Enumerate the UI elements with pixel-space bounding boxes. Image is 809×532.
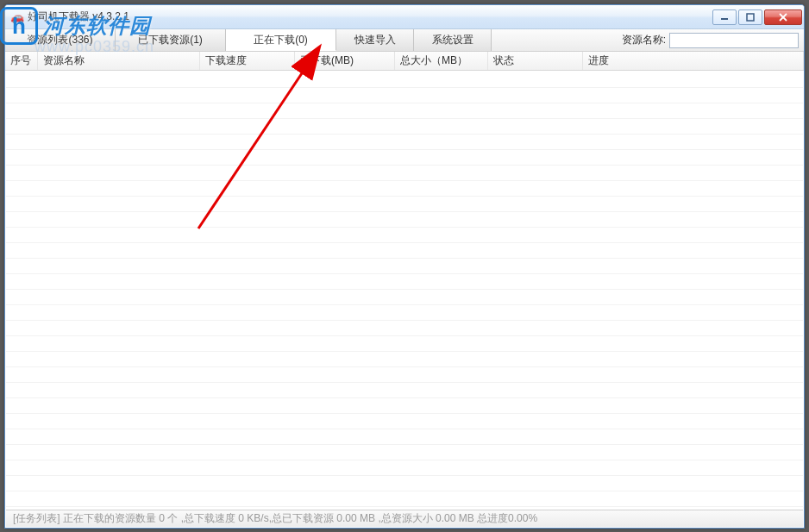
col-header-status[interactable]: 状态 — [488, 52, 583, 70]
toolbar: 资源列表(336) 已下载资源(1) 正在下载(0) 快速导入 系统设置 资源名… — [5, 29, 804, 52]
col-header-downloaded[interactable]: 已下载(MB) — [295, 52, 395, 70]
table-row — [6, 259, 803, 274]
col-header-name[interactable]: 资源名称 — [38, 52, 200, 70]
table-row — [6, 150, 803, 166]
table-row — [6, 398, 803, 414]
table-row — [6, 119, 803, 135]
search-area: 资源名称: — [617, 29, 804, 51]
table-row — [6, 197, 803, 212]
table-row — [6, 476, 803, 491]
tab-downloaded[interactable]: 已下载资源(1) — [116, 29, 226, 51]
close-button[interactable] — [764, 9, 802, 25]
table-row — [6, 72, 803, 88]
table-row — [6, 290, 803, 305]
table-row — [6, 460, 803, 476]
table-row — [6, 445, 803, 460]
window-controls — [712, 9, 802, 25]
table-row — [6, 336, 803, 352]
search-input[interactable] — [669, 33, 799, 48]
table-row — [6, 103, 803, 119]
tab-resource-list[interactable]: 资源列表(336) — [5, 29, 116, 51]
table-row — [6, 166, 803, 181]
col-header-progress[interactable]: 进度 — [583, 52, 804, 70]
search-label: 资源名称: — [622, 33, 666, 47]
table-row — [6, 321, 803, 336]
download-table-body — [6, 72, 803, 509]
svg-rect-1 — [747, 14, 754, 21]
maximize-button[interactable] — [738, 9, 762, 25]
table-row — [6, 88, 803, 103]
table-row — [6, 491, 803, 507]
table-row — [6, 352, 803, 367]
table-row — [6, 414, 803, 429]
app-window: 🚗 好司机下载器 v4.3.2.1 资源列表(336) 已下载资源(1) 正在下… — [4, 4, 805, 529]
table-row — [6, 429, 803, 445]
table-row — [6, 212, 803, 228]
col-header-seq[interactable]: 序号 — [5, 52, 38, 70]
table-row — [6, 228, 803, 243]
table-row — [6, 135, 803, 150]
table-row — [6, 181, 803, 197]
col-header-total[interactable]: 总大小（MB） — [395, 52, 488, 70]
table-row — [6, 305, 803, 321]
app-icon: 🚗 — [10, 10, 24, 24]
status-text: [任务列表] 正在下载的资源数量 0 个 ,总下载速度 0 KB/s,总已下载资… — [13, 511, 537, 526]
column-headers: 序号 资源名称 下载速度 已下载(MB) 总大小（MB） 状态 进度 — [5, 52, 804, 71]
col-header-speed[interactable]: 下载速度 — [200, 52, 295, 70]
table-row — [6, 367, 803, 383]
status-bar: [任务列表] 正在下载的资源数量 0 个 ,总下载速度 0 KB/s,总已下载资… — [6, 510, 803, 527]
tab-downloading[interactable]: 正在下载(0) — [226, 29, 336, 51]
titlebar[interactable]: 🚗 好司机下载器 v4.3.2.1 — [5, 5, 804, 29]
table-row — [6, 274, 803, 290]
table-row — [6, 383, 803, 398]
tab-settings[interactable]: 系统设置 — [414, 29, 492, 51]
minimize-button[interactable] — [712, 9, 737, 25]
window-title: 好司机下载器 v4.3.2.1 — [28, 9, 712, 24]
table-row — [6, 243, 803, 259]
tab-quick-import[interactable]: 快速导入 — [336, 29, 414, 51]
